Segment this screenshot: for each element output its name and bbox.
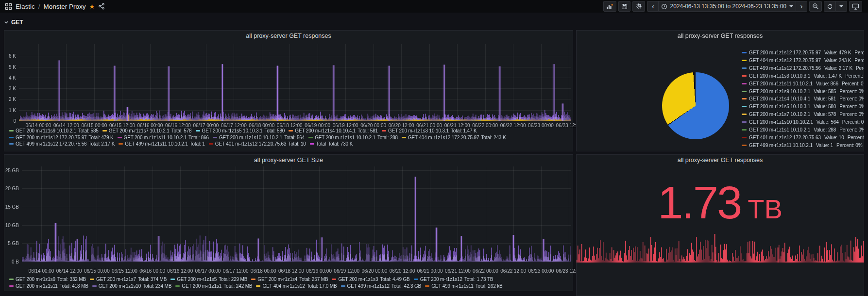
pie-legend-item[interactable]: GET 401 m-r1z1s12 172.20.75.63Value: 10P… xyxy=(742,135,864,140)
legend-value: Value: 1 xyxy=(816,143,833,148)
pie-legend-item[interactable]: GET 200 m-r1z1s9 10.10.2.1Value: 585Perc… xyxy=(742,89,864,94)
legend-item[interactable]: GET 200 m-r1z1s9Total: 332 MB xyxy=(9,276,86,283)
legend-label: GET 200 m-r1z1s7 10.10.2.1 xyxy=(749,112,810,117)
legend-total: Total: 2.17 K xyxy=(89,141,115,148)
legend-swatch xyxy=(425,285,429,287)
add-panel-button[interactable] xyxy=(603,1,616,12)
legend-total: Total: 1.73 TB xyxy=(464,276,493,283)
pie-legend-item[interactable]: GET 200 m-r1z1s12 172.20.75.97Value: 479… xyxy=(742,50,864,55)
responses-timeseries-chart[interactable] xyxy=(19,44,571,121)
legend-item[interactable]: GET 200 m-r1z1s7 10.10.2.1Total: 578 xyxy=(102,128,192,134)
pie-legend-item[interactable]: GET 200 m-r1z1s3 10.10.3.1Value: 1.47 KP… xyxy=(742,73,864,79)
legend-swatch xyxy=(170,279,175,280)
navbar: Elastic / Monster Proxy ★ xyxy=(0,0,868,13)
time-range-picker[interactable]: 2024-06-13 13:35:00 to 2024-06-23 13:35:… xyxy=(658,1,796,12)
pie-legend-item[interactable]: GET 499 m-r1z1s11 10.10.2.1Value: 1Perce… xyxy=(742,143,862,148)
favorite-star-icon[interactable]: ★ xyxy=(89,3,95,10)
pie-legend-item[interactable]: GET 200 m-r1z1s11 10.10.2.1Value: 866Per… xyxy=(742,81,864,86)
legend-swatch xyxy=(175,285,180,287)
panel-title[interactable]: all proxy-server GET responses xyxy=(4,33,573,39)
legend-item[interactable]: GET 401 m-r1z1s12 172.20.75.63Total: 10 xyxy=(209,141,306,148)
y-tick-label: 6 K xyxy=(9,53,16,59)
panel-title[interactable]: all proxy-server GET responses xyxy=(577,33,864,39)
legend-label: GET 200 m-r1z1s4 10.10.4.1 xyxy=(295,128,356,134)
legend-item[interactable]: GET 200 m-r1z1s12Total: 1.73 TB xyxy=(414,276,494,283)
legend-item[interactable]: GET 200 m-r1z1s7Total: 374 MB xyxy=(90,276,167,283)
legend-item[interactable]: GET 200 m-r1z1s11Total: 418 MB xyxy=(9,283,88,290)
legend-item[interactable]: GET 499 m-r1z1s12 172.20.75.56Total: 2.1… xyxy=(9,141,115,148)
legend-item[interactable]: GET 499 m-r1z1s11 10.10.2.1Total: 1 xyxy=(119,141,205,148)
legend-item[interactable]: GET 401 m-r1z1s12Total: 1.31 kB xyxy=(9,289,88,290)
legend-item[interactable]: GET 499 m-r1z1s12Total: 42.3 GB xyxy=(341,283,422,290)
kiosk-tv-button[interactable] xyxy=(849,1,862,12)
legend-item[interactable]: GET 200 m-r1z1s3Total: 4.49 GB xyxy=(332,276,409,283)
legend-swatch xyxy=(102,130,107,132)
row-header-get[interactable]: GET xyxy=(4,19,23,26)
y-tick-label: 10 GB xyxy=(5,223,19,228)
legend-label: GET 200 m-r1z1s7 10.10.2.1 xyxy=(109,128,170,134)
y-tick-label: 15 GB xyxy=(5,204,19,210)
legend-percent: Percent: 0% xyxy=(845,73,864,79)
legend-item[interactable]: GET 200 m-r1z1s10Total: 234 MB xyxy=(92,283,172,290)
refresh-button[interactable] xyxy=(824,1,836,12)
time-range-text: 2024-06-13 13:35:00 to 2024-06-23 13:35:… xyxy=(667,3,789,10)
x-tick-label: 06/16 12:00 xyxy=(167,268,193,274)
legend-swatch xyxy=(341,285,345,287)
pie-chart[interactable] xyxy=(662,72,729,139)
share-icon[interactable] xyxy=(98,3,105,10)
pie-legend-item[interactable]: GET 200 m-r1z1s4 10.10.4.1Value: 581Perc… xyxy=(742,96,864,101)
x-tick-label: 06/19 12:00 xyxy=(334,268,359,274)
zoom-out-time-button[interactable] xyxy=(809,1,822,12)
panel-title[interactable]: all proxy-server GET responses xyxy=(577,157,864,164)
breadcrumb-page[interactable]: Monster Proxy xyxy=(44,3,86,10)
legend-item[interactable]: GET 200 m-r1z1s9 10.10.2.1Total: 585 xyxy=(9,128,99,134)
refresh-interval-caret-button[interactable] xyxy=(835,1,847,12)
legend-item[interactable]: GET 200 m-r1z1s4 10.10.4.1Total: 581 xyxy=(289,128,378,134)
legend-item[interactable]: GET 200 m-r1z1s5Total: 229 MB xyxy=(170,276,247,283)
breadcrumb-app[interactable]: Elastic xyxy=(16,3,35,10)
legend-item[interactable]: GET 200 m-r1z1s1 10.10.2.1Total: 288 xyxy=(308,134,398,141)
legend-label: GET 499 m-r1z1s12 172.20.75.56 xyxy=(749,66,821,71)
legend-total: Total: 585 xyxy=(78,128,99,134)
size-timeseries-chart[interactable] xyxy=(22,166,571,262)
pie-legend-item[interactable]: GET 200 m-r1z1s5 10.10.3.1Value: 580Perc… xyxy=(742,104,864,109)
legend-item[interactable]: TotalTotal: 1.78 TB xyxy=(92,289,139,290)
x-tick-label: 06/16 00:00 xyxy=(139,268,165,274)
legend-item[interactable]: GET 200 m-r1z1s4Total: 257 MB xyxy=(251,276,328,283)
legend-item[interactable]: GET 499 m-r1z1s11Total: 262 kB xyxy=(425,283,502,290)
pie-legend-item[interactable]: GET 200 m-r1z1s7 10.10.2.1Value: 578Perc… xyxy=(742,112,864,117)
legend-swatch xyxy=(742,60,747,61)
time-picker-group: ‹ 2024-06-13 13:35:00 to 2024-06-23 13:3… xyxy=(647,1,807,12)
time-range-back-button[interactable]: ‹ xyxy=(647,1,659,12)
pie-legend-item[interactable]: GET 499 m-r1z1s12 172.20.75.56Value: 2.1… xyxy=(742,66,864,71)
panel-title[interactable]: all proxy-server GET Size xyxy=(4,157,573,164)
legend-label: GET 200 m-r1z1s1 10.10.2.1 xyxy=(749,127,810,132)
legend-item[interactable]: GET 200 m-r1z1s3 10.10.3.1Total: 1.47 K xyxy=(382,128,477,134)
legend-item[interactable]: GET 200 m-r1z1s12 172.20.75.97Total: 479… xyxy=(9,134,114,141)
legend-item[interactable]: GET 200 m-r1z1s5 10.10.3.1Total: 580 xyxy=(196,128,285,134)
dashboard-settings-button[interactable] xyxy=(632,1,645,12)
y-tick-label: 0 xyxy=(13,118,16,124)
legend-item[interactable]: GET 404 m-r1z1s12Total: 17.0 MB xyxy=(256,283,337,290)
legend-swatch xyxy=(742,145,747,146)
stat-value: 1.73 TB xyxy=(577,180,864,226)
dashboards-grid-icon[interactable] xyxy=(5,3,12,10)
pie-legend-item[interactable]: GET 200 m-r1z1s1 10.10.2.1Value: 288Perc… xyxy=(742,127,864,132)
stat-number: 1.73 xyxy=(658,180,741,226)
time-range-forward-button[interactable]: › xyxy=(796,1,807,12)
legend-item[interactable]: GET 200 m-r1z1s11 10.10.2.1Total: 866 xyxy=(118,134,209,141)
legend-item[interactable]: TotalTotal: 730 K xyxy=(310,141,353,148)
stat-sparkline[interactable] xyxy=(577,232,864,263)
legend-item[interactable]: GET 200 m-r1z1s1Total: 242 MB xyxy=(175,283,252,290)
legend-value: Value: 243 K xyxy=(824,58,851,63)
legend-label: GET 200 m-r1z1s12 xyxy=(420,276,462,283)
legend-label: GET 200 m-r1z1s12 172.20.75.97 xyxy=(749,50,821,55)
pie-legend-item[interactable]: GET 404 m-r1z1s12 172.20.75.97Value: 243… xyxy=(742,58,864,63)
legend-swatch xyxy=(256,285,260,287)
pie-legend-item[interactable]: GET 200 m-r1z1s10 10.10.2.1Value: 564Per… xyxy=(742,119,864,125)
save-dashboard-button[interactable] xyxy=(618,1,630,12)
legend-percent: Percent: 0% xyxy=(842,119,864,125)
legend-label: Total xyxy=(99,289,108,290)
legend-item[interactable]: GET 200 m-r1z1s10 10.10.2.1Total: 564 xyxy=(213,134,305,141)
legend-item[interactable]: GET 404 m-r1z1s12 172.20.75.97Total: 243… xyxy=(402,134,506,141)
